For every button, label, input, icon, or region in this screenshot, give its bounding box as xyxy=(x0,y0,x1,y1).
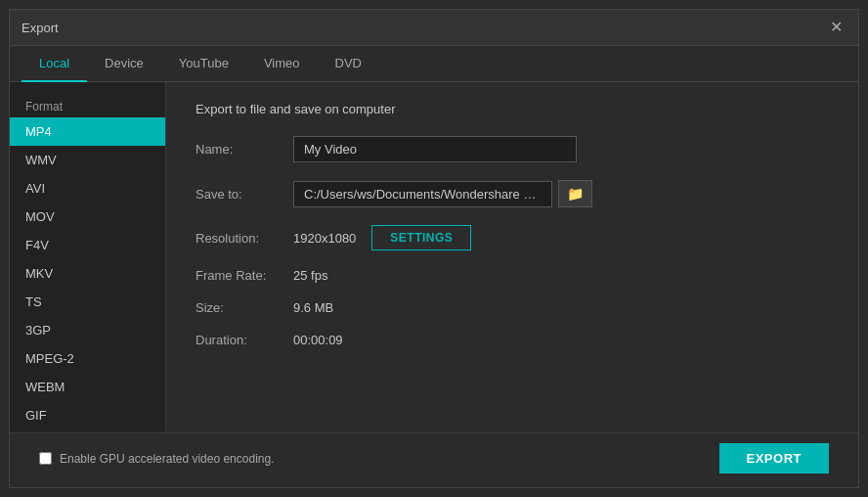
title-bar: Export ✕ xyxy=(10,10,858,46)
sidebar-item-f4v[interactable]: F4V xyxy=(10,231,165,259)
section-title: Export to file and save on computer xyxy=(195,102,829,116)
tab-dvd[interactable]: DVD xyxy=(318,46,379,82)
sidebar-item-mpeg2[interactable]: MPEG-2 xyxy=(10,344,165,373)
duration-label: Duration: xyxy=(195,333,293,347)
sidebar-format-label: Format xyxy=(10,92,165,117)
tab-bar: Local Device YouTube Vimeo DVD xyxy=(10,46,858,82)
settings-button[interactable]: SETTINGS xyxy=(371,225,471,250)
export-dialog: Export ✕ Local Device YouTube Vimeo DVD … xyxy=(9,9,859,488)
sidebar-item-3gp[interactable]: 3GP xyxy=(10,316,165,344)
save-to-row: Save to: 📁 xyxy=(195,180,829,207)
frame-rate-label: Frame Rate: xyxy=(195,268,293,283)
sidebar-item-avi[interactable]: AVI xyxy=(10,174,165,203)
dialog-title: Export xyxy=(22,21,59,35)
sidebar-item-mp4[interactable]: MP4 xyxy=(10,117,165,146)
name-input[interactable] xyxy=(293,136,577,162)
name-label: Name: xyxy=(195,142,293,157)
name-row: Name: xyxy=(195,136,829,162)
sidebar-item-webm[interactable]: WEBM xyxy=(10,373,165,401)
save-to-input[interactable] xyxy=(293,181,552,207)
folder-icon: 📁 xyxy=(567,186,584,202)
sidebar-item-mkv[interactable]: MKV xyxy=(10,259,165,288)
sidebar-item-mov[interactable]: MOV xyxy=(10,203,165,231)
save-to-label: Save to: xyxy=(195,187,293,202)
gpu-row: Enable GPU accelerated video encoding. xyxy=(39,452,274,466)
save-to-input-group: 📁 xyxy=(293,180,592,207)
frame-rate-row: Frame Rate: 25 fps xyxy=(195,268,829,283)
tab-device[interactable]: Device xyxy=(87,46,161,82)
duration-row: Duration: 00:00:09 xyxy=(195,333,829,347)
main-panel: Export to file and save on computer Name… xyxy=(166,82,858,432)
resolution-group: 1920x1080 SETTINGS xyxy=(293,225,471,250)
close-button[interactable]: ✕ xyxy=(826,18,846,37)
footer: Enable GPU accelerated video encoding. E… xyxy=(10,432,858,487)
resolution-row: Resolution: 1920x1080 SETTINGS xyxy=(195,225,829,250)
tab-local[interactable]: Local xyxy=(22,46,87,82)
duration-value: 00:00:09 xyxy=(293,333,343,347)
tab-vimeo[interactable]: Vimeo xyxy=(246,46,318,82)
resolution-label: Resolution: xyxy=(195,231,293,246)
sidebar-item-ts[interactable]: TS xyxy=(10,288,165,316)
tab-youtube[interactable]: YouTube xyxy=(161,46,246,82)
gpu-checkbox[interactable] xyxy=(39,452,52,465)
browse-folder-button[interactable]: 📁 xyxy=(558,180,592,207)
size-row: Size: 9.6 MB xyxy=(195,300,829,315)
format-sidebar: Format MP4 WMV AVI MOV F4V MKV TS 3GP MP… xyxy=(10,82,166,432)
gpu-label: Enable GPU accelerated video encoding. xyxy=(60,452,274,466)
size-value: 9.6 MB xyxy=(293,300,333,315)
resolution-value: 1920x1080 xyxy=(293,231,356,246)
frame-rate-value: 25 fps xyxy=(293,268,327,283)
content-area: Format MP4 WMV AVI MOV F4V MKV TS 3GP MP… xyxy=(10,82,858,432)
sidebar-item-wmv[interactable]: WMV xyxy=(10,146,165,174)
sidebar-item-gif[interactable]: GIF xyxy=(10,401,165,429)
export-button[interactable]: EXPORT xyxy=(719,443,829,474)
size-label: Size: xyxy=(195,300,293,315)
